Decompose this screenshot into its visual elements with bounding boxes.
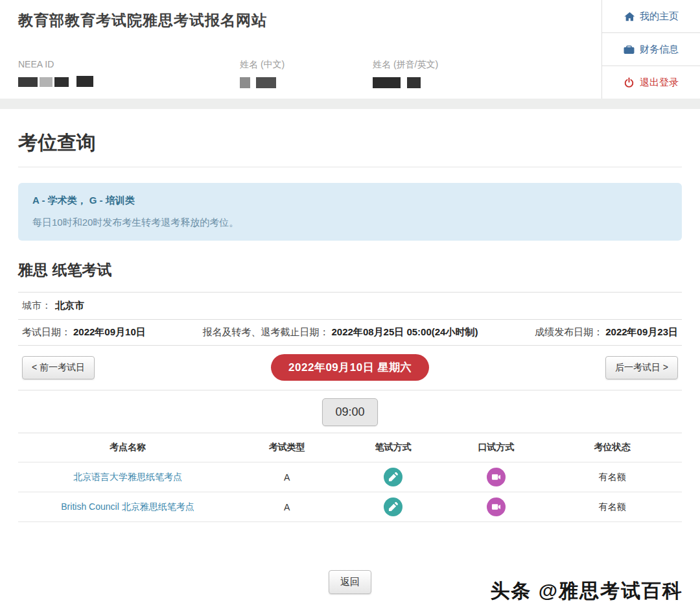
watermark: 头条 @雅思考试百科 xyxy=(490,578,683,605)
notice-line-types: A - 学术类， G - 培训类 xyxy=(32,195,668,207)
user-field-neea-id: NEEA ID xyxy=(18,59,240,88)
venue-link[interactable]: 北京语言大学雅思纸笔考点 xyxy=(73,472,182,482)
venue-link[interactable]: British Council 北京雅思纸笔考点 xyxy=(61,501,194,512)
city-value: 北京市 xyxy=(55,300,84,311)
notice-line-release: 每日10时和20时发布考生转考退考释放的考位。 xyxy=(32,217,668,229)
menu-item-label: 财务信息 xyxy=(640,43,679,56)
deadline-date-value: 2022年08月25日 05:00(24小时制) xyxy=(332,326,478,337)
header-divider-strip xyxy=(0,99,700,109)
seat-status-value: 有名额 xyxy=(542,501,682,513)
deadline-date-label: 报名及转考、退考截止日期： xyxy=(203,326,329,337)
exam-type-value: A xyxy=(237,472,337,483)
user-info-bar: NEEA ID 姓名 (中文) 姓名 (拼音/英文) xyxy=(18,59,601,88)
dates-row: 考试日期：2022年09月10日 报名及转考、退考截止日期：2022年08月25… xyxy=(18,319,682,346)
exam-date-label: 考试日期： xyxy=(22,326,71,337)
time-slot-button[interactable]: 09:00 xyxy=(322,398,377,426)
table-header-row: 考点名称 考试类型 笔试方式 口试方式 考位状态 xyxy=(18,433,682,462)
city-label: 城市： xyxy=(22,300,51,311)
back-button[interactable]: 返回 xyxy=(329,570,371,594)
section-title-paper-test: 雅思 纸笔考试 xyxy=(18,260,682,292)
site-header: 教育部教育考试院雅思考试报名网站 NEEA ID 姓名 (中文) 姓 xyxy=(0,0,700,99)
col-header-seat-status: 考位状态 xyxy=(542,442,682,453)
result-date-value: 2022年09月23日 xyxy=(605,326,678,337)
venue-table: 考点名称 考试类型 笔试方式 口试方式 考位状态 北京语言大学雅思纸笔考点 A … xyxy=(18,433,682,522)
pencil-icon xyxy=(384,468,402,486)
menu-item-finance-info[interactable]: 财务信息 xyxy=(602,33,700,66)
city-row: 城市：北京市 xyxy=(18,292,682,319)
menu-item-label: 我的主页 xyxy=(640,10,679,23)
col-header-venue-name: 考点名称 xyxy=(18,442,237,453)
redacted-value xyxy=(240,77,373,88)
next-exam-day-button[interactable]: 后一考试日 > xyxy=(605,356,678,379)
power-icon xyxy=(624,77,635,88)
exam-date-value: 2022年09月10日 xyxy=(73,326,146,337)
header-menu: 我的主页 财务信息 退出登录 xyxy=(601,0,700,99)
col-header-exam-type: 考试类型 xyxy=(237,442,337,453)
result-date-label: 成绩发布日期： xyxy=(535,326,603,337)
video-camera-icon xyxy=(487,497,506,516)
date-nav-row: < 前一考试日 2022年09月10日 星期六 后一考试日 > xyxy=(18,346,682,390)
user-field-name-cn: 姓名 (中文) xyxy=(240,59,373,88)
table-row: British Council 北京雅思纸笔考点 A 有名额 xyxy=(18,492,682,521)
exam-type-value: A xyxy=(237,502,337,512)
seat-status-value: 有名额 xyxy=(542,472,682,483)
video-camera-icon xyxy=(487,468,506,486)
redacted-value xyxy=(373,77,601,88)
home-icon xyxy=(624,11,635,22)
notice-box: A - 学术类， G - 培训类 每日10时和20时发布考生转考退考释放的考位。 xyxy=(18,183,682,241)
pencil-icon xyxy=(384,497,402,516)
header-left: 教育部教育考试院雅思考试报名网站 NEEA ID 姓名 (中文) 姓 xyxy=(0,0,601,99)
name-en-label: 姓名 (拼音/英文) xyxy=(373,59,601,71)
time-slot-section: 09:00 xyxy=(18,390,682,433)
exam-date: 考试日期：2022年09月10日 xyxy=(22,326,146,339)
prev-exam-day-button[interactable]: < 前一考试日 xyxy=(22,356,95,379)
selected-date-pill: 2022年09月10日 星期六 xyxy=(271,354,429,381)
result-date: 成绩发布日期：2022年09月23日 xyxy=(535,326,678,339)
main-content: 考位查询 A - 学术类， G - 培训类 每日10时和20时发布考生转考退考释… xyxy=(0,130,700,594)
neea-id-label: NEEA ID xyxy=(18,59,240,69)
menu-item-label: 退出登录 xyxy=(640,77,679,89)
col-header-speaking-mode: 口试方式 xyxy=(450,442,542,453)
briefcase-icon xyxy=(624,44,635,55)
menu-item-my-home[interactable]: 我的主页 xyxy=(602,0,700,33)
name-cn-label: 姓名 (中文) xyxy=(240,59,373,71)
page-title: 考位查询 xyxy=(18,130,682,167)
user-field-name-en: 姓名 (拼音/英文) xyxy=(373,59,601,88)
menu-item-logout[interactable]: 退出登录 xyxy=(602,66,700,99)
deadline-date: 报名及转考、退考截止日期：2022年08月25日 05:00(24小时制) xyxy=(203,326,478,339)
col-header-written-mode: 笔试方式 xyxy=(337,442,450,453)
table-row: 北京语言大学雅思纸笔考点 A 有名额 xyxy=(18,462,682,492)
redacted-value xyxy=(18,75,240,87)
site-title: 教育部教育考试院雅思考试报名网站 xyxy=(18,10,601,30)
